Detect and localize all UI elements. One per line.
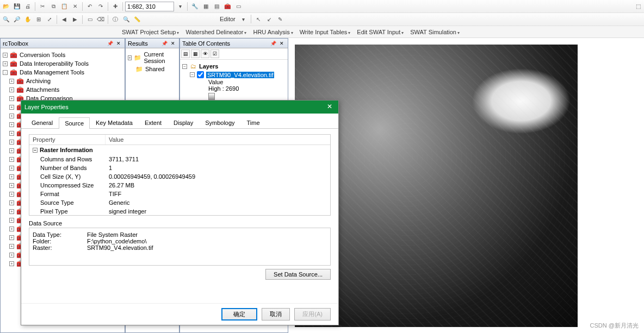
tab-source[interactable]: Source (59, 117, 90, 129)
dialog-title: Layer Properties (24, 104, 69, 110)
toolbox-title: rcToolbox (3, 40, 28, 47)
identify-icon[interactable]: ⓘ (110, 15, 120, 24)
menu-simulation[interactable]: SWAT Simulation (408, 28, 462, 36)
list-by-visibility-icon[interactable]: 👁 (201, 49, 209, 58)
prev-extent-icon[interactable]: ◀ (59, 15, 69, 24)
cancel-button[interactable]: 取消 (262, 308, 290, 321)
ok-button[interactable]: 确定 (221, 308, 257, 321)
property-row: Columns and Rows3711, 3711 (29, 155, 330, 164)
toolbox-item[interactable]: +🧰Archiving (3, 77, 122, 85)
catalog-icon[interactable]: ▦ (201, 2, 210, 11)
property-row: FormatTIFF (29, 190, 330, 198)
grid-header-value: Value (106, 135, 127, 144)
layer-visibility-checkbox[interactable] (197, 71, 204, 78)
redo-icon[interactable]: ↷ (96, 2, 106, 11)
menu-swat-setup[interactable]: SWAT Project Setup (120, 28, 181, 36)
toc-title: Table Of Contents (182, 40, 230, 47)
find-icon[interactable]: 🔍 (121, 15, 131, 24)
close-icon[interactable]: ✕ (324, 102, 335, 112)
sketch-icon[interactable]: ✎ (275, 14, 285, 24)
property-row: Source TypeGeneric (29, 198, 330, 207)
ds-row: Data Type:File System Raster (33, 231, 327, 238)
list-by-selection-icon[interactable]: ☑ (210, 49, 219, 58)
results-shared[interactable]: 📁Shared (128, 65, 177, 73)
menu-watershed[interactable]: Watershed Delineator (183, 28, 249, 36)
toc-value-label: Value (182, 79, 286, 85)
data-source-label: Data Source (29, 220, 331, 227)
ds-row: Raster:SRTM90_V4.elevation.tif (33, 244, 327, 251)
fixed-zoom-in-icon[interactable]: ⤢ (45, 15, 54, 24)
ds-row: Folder:F:\python_code\demo\ (33, 238, 327, 244)
tab-display[interactable]: Display (168, 117, 199, 128)
toolbox-item[interactable]: +🧰Data Interoperability Tools (3, 59, 122, 68)
set-data-source-button[interactable]: Set Data Source... (265, 269, 331, 280)
pan-icon[interactable]: ✋ (23, 15, 33, 24)
tab-general[interactable]: General (26, 117, 59, 128)
property-row: Number of Bands1 (29, 164, 330, 172)
select-icon[interactable]: ▭ (85, 15, 95, 24)
cut-icon[interactable]: ✂ (38, 2, 47, 11)
toolbox-icon: 🧰 (10, 51, 17, 59)
copy-icon[interactable]: ⧉ (48, 2, 58, 11)
pin-icon[interactable]: 📌 (160, 40, 168, 47)
delete-icon[interactable]: ✕ (70, 2, 80, 11)
map-view[interactable] (288, 38, 644, 333)
layer-properties-dialog: Layer Properties ✕ GeneralSourceKey Meta… (21, 100, 339, 325)
toc-high: High : 2690 (182, 85, 286, 92)
prop-category[interactable]: −Raster Information (29, 145, 330, 155)
measure-icon[interactable]: 📏 (132, 15, 142, 24)
watermark: CSDN @新月清光 (590, 322, 639, 330)
toolbox-icon: 🧰 (16, 86, 24, 93)
toolbox-icon: 🧰 (16, 77, 24, 85)
list-by-source-icon[interactable]: ▦ (191, 49, 200, 58)
scale-input[interactable] (125, 2, 174, 11)
property-row: Uncompressed Size26.27 MB (29, 181, 330, 190)
toc-icon[interactable]: ▤ (212, 2, 221, 11)
toolbox-item[interactable]: +🧰Attachments (3, 85, 122, 94)
add-data-icon[interactable]: ✚ (110, 2, 120, 11)
menu-hru[interactable]: HRU Analysis (251, 28, 295, 36)
toolbox-icon: 🧰 (10, 60, 17, 67)
editor-toolbar-icon[interactable]: 🔧 (190, 2, 200, 11)
toolbox-icon[interactable]: 🧰 (222, 2, 232, 11)
tab-key-metadata[interactable]: Key Metadata (90, 117, 139, 128)
zoom-out-icon[interactable]: 🔎 (12, 15, 22, 24)
full-extent-icon[interactable]: ⊞ (34, 15, 44, 24)
property-row: Cell Size (X, Y)0.00026949459, 0.0002694… (29, 172, 330, 181)
open-icon[interactable]: 📂 (1, 2, 11, 11)
toolbox-icon: 🧰 (10, 68, 17, 76)
menu-edit-input[interactable]: Edit SWAT Input (355, 28, 406, 36)
pin-icon[interactable]: 📌 (269, 40, 277, 47)
results-session[interactable]: +📁Current Session (128, 51, 177, 65)
tab-time[interactable]: Time (241, 117, 266, 128)
save-icon[interactable]: 💾 (12, 2, 22, 11)
toc-layers-root[interactable]: −🗂Layers (182, 62, 286, 71)
close-icon[interactable]: ✕ (278, 40, 286, 47)
grid-header-property: Property (29, 135, 106, 144)
paste-icon[interactable]: 📋 (59, 2, 69, 11)
pin-icon[interactable]: 📌 (106, 40, 114, 47)
menu-write-input[interactable]: Write Input Tables (298, 28, 353, 36)
edit-vertices-icon[interactable]: ↙ (264, 14, 274, 24)
close-icon[interactable]: ✕ (115, 40, 122, 47)
editor-label[interactable]: Editor (218, 16, 238, 22)
clear-select-icon[interactable]: ⌫ (96, 15, 106, 24)
next-extent-icon[interactable]: ▶ (70, 15, 80, 24)
python-icon[interactable]: ▭ (233, 2, 243, 11)
undo-icon[interactable]: ↶ (85, 2, 95, 11)
apply-button[interactable]: 应用(A) (294, 308, 331, 321)
tab-extent[interactable]: Extent (139, 117, 168, 128)
edit-tool-icon[interactable]: ↖ (253, 14, 263, 24)
list-by-drawing-icon[interactable]: ▤ (181, 49, 190, 58)
zoom-in-icon[interactable]: 🔍 (1, 15, 11, 24)
results-title: Results (128, 40, 148, 47)
close-icon[interactable]: ✕ (169, 40, 177, 47)
editor-dropdown-icon[interactable]: ▾ (239, 14, 249, 24)
toc-layer[interactable]: −SRTM90_V4.elevation.tif (182, 71, 286, 79)
misc-icon[interactable]: ⬚ (633, 2, 643, 11)
toolbox-item[interactable]: -🧰Data Management Tools (3, 68, 122, 77)
tab-symbology[interactable]: Symbology (199, 117, 240, 128)
print-icon[interactable]: 🖨 (23, 2, 33, 11)
scale-dropdown-icon[interactable]: ▾ (175, 2, 185, 11)
toolbox-item[interactable]: +🧰Conversion Tools (3, 51, 122, 59)
